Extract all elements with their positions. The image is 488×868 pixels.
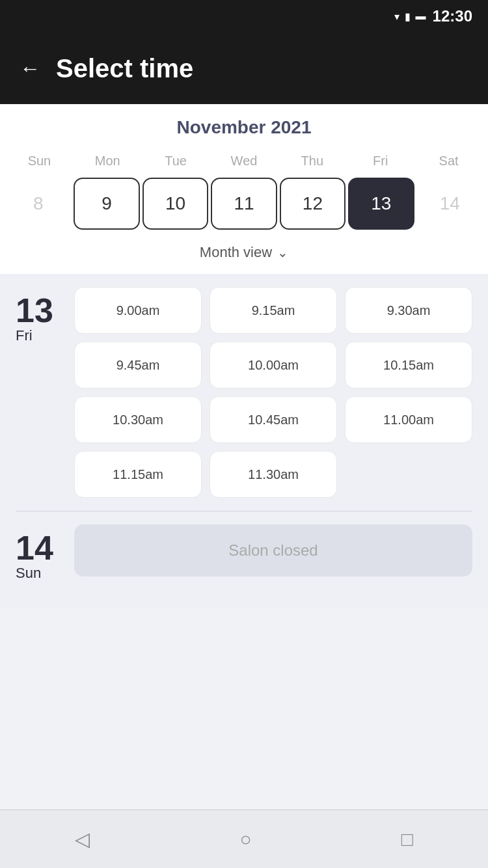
status-time: 12:30: [433, 7, 472, 25]
day-block-14: 14 Sun Salon closed: [16, 524, 472, 582]
day-name-13: Fri: [16, 327, 33, 344]
date-10[interactable]: 10: [142, 178, 208, 230]
page-title: Select time: [56, 54, 193, 83]
time-section: 13 Fri 9.00am 9.15am 9.30am 9.45am 10.00…: [0, 274, 488, 608]
battery-icon: ▬: [416, 10, 426, 22]
day-header-mon: Mon: [74, 150, 142, 172]
month-year-title: November 2021: [0, 117, 488, 138]
date-13[interactable]: 13: [348, 178, 414, 230]
app-header: ← Select time: [0, 33, 488, 104]
time-slot-930am[interactable]: 9.30am: [345, 287, 472, 334]
date-8: 8: [5, 178, 71, 230]
time-slot-945am[interactable]: 9.45am: [74, 342, 202, 388]
time-slot-1030am[interactable]: 10.30am: [74, 396, 202, 443]
time-slot-1115am[interactable]: 11.15am: [74, 451, 202, 498]
time-slot-900am[interactable]: 9.00am: [74, 287, 202, 334]
time-slot-1100am[interactable]: 11.00am: [345, 396, 472, 443]
day-label-13: 13 Fri: [16, 287, 61, 498]
time-slot-1015am[interactable]: 10.15am: [345, 342, 472, 388]
day-header-sun: Sun: [5, 150, 74, 172]
wifi-icon: ▾: [394, 10, 400, 23]
time-grid-13: 9.00am 9.15am 9.30am 9.45am 10.00am 10.1…: [74, 287, 472, 498]
day-header-tue: Tue: [142, 150, 210, 172]
date-12[interactable]: 12: [280, 178, 346, 230]
day-header-sat: Sat: [414, 150, 483, 172]
salon-closed-label: Salon closed: [74, 524, 472, 576]
date-14: 14: [417, 178, 483, 230]
time-slot-1130am[interactable]: 11.30am: [210, 451, 337, 498]
time-slot-1045am[interactable]: 10.45am: [210, 396, 337, 443]
day-name-14: Sun: [16, 565, 41, 582]
nav-recents-icon[interactable]: □: [401, 828, 413, 850]
signal-icon: ▮: [405, 10, 411, 23]
month-view-toggle[interactable]: Month view ⌄: [0, 235, 488, 267]
nav-bar: ◁ ○ □: [0, 809, 488, 868]
day-label-14: 14 Sun: [16, 524, 61, 582]
day-block-13: 13 Fri 9.00am 9.15am 9.30am 9.45am 10.00…: [16, 287, 472, 498]
day-header-wed: Wed: [210, 150, 278, 172]
day-headers: Sun Mon Tue Wed Thu Fri Sat: [0, 150, 488, 172]
day-header-fri: Fri: [346, 150, 414, 172]
time-slot-1000am[interactable]: 10.00am: [210, 342, 337, 388]
day-number-13: 13: [16, 293, 53, 327]
chevron-down-icon: ⌄: [277, 245, 288, 260]
day-divider: [16, 511, 472, 511]
nav-home-icon[interactable]: ○: [239, 828, 251, 850]
date-9[interactable]: 9: [74, 178, 139, 230]
status-icons: ▾ ▮ ▬: [394, 10, 426, 23]
month-view-label: Month view: [200, 244, 272, 261]
date-row: 8 9 10 11 12 13 14: [0, 172, 488, 235]
day-header-thu: Thu: [278, 150, 346, 172]
status-bar: ▾ ▮ ▬ 12:30: [0, 0, 488, 33]
time-slot-915am[interactable]: 9.15am: [210, 287, 337, 334]
day-number-14: 14: [16, 531, 53, 565]
date-11[interactable]: 11: [211, 178, 277, 230]
back-button[interactable]: ←: [20, 57, 40, 81]
calendar-section: November 2021 Sun Mon Tue Wed Thu Fri Sa…: [0, 104, 488, 274]
nav-back-icon[interactable]: ◁: [75, 828, 90, 850]
